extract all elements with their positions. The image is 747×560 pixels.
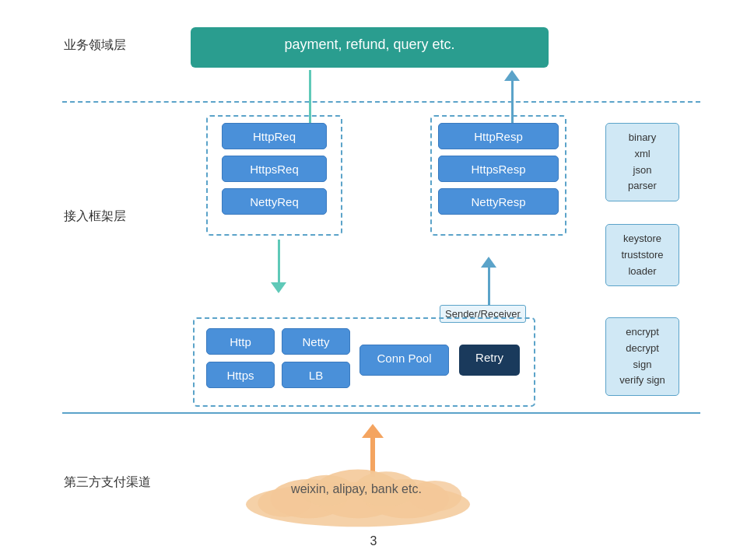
framework-layer-label: 接入框架层 bbox=[64, 208, 126, 225]
thirdparty-layer-label: 第三方支付渠道 bbox=[64, 474, 151, 491]
cloud-text: weixin, alipay, bank etc. bbox=[240, 482, 473, 496]
https-resp-box: HttpsResp bbox=[438, 156, 559, 182]
http-req-box: HttpReq bbox=[222, 123, 327, 149]
dashed-line-top bbox=[62, 101, 700, 103]
top-payment-box: payment, refund, query etc. bbox=[191, 27, 549, 68]
retry-box: Retry bbox=[459, 345, 520, 376]
netty-box: Netty bbox=[282, 328, 350, 355]
netty-req-box: NettyReq bbox=[222, 188, 327, 215]
encrypt-box: encrypt decrypt sign verify sign bbox=[605, 317, 679, 396]
lb-box: LB bbox=[282, 362, 350, 388]
binary-xml-box: binary xml json parser bbox=[605, 123, 679, 201]
business-layer-label: 业务领域层 bbox=[64, 37, 126, 54]
arrow-down-2 bbox=[271, 240, 286, 293]
conn-pool-box: Conn Pool bbox=[359, 345, 449, 376]
keystore-box: keystore truststore loader bbox=[605, 224, 679, 286]
solid-line-bottom bbox=[62, 412, 700, 414]
http-box: Http bbox=[206, 328, 275, 355]
https-req-box: HttpsReq bbox=[222, 156, 327, 182]
netty-resp-box: NettyResp bbox=[438, 188, 559, 215]
https-box: Https bbox=[206, 362, 275, 388]
page-number: 3 bbox=[0, 534, 747, 548]
http-resp-box: HttpResp bbox=[438, 123, 559, 149]
